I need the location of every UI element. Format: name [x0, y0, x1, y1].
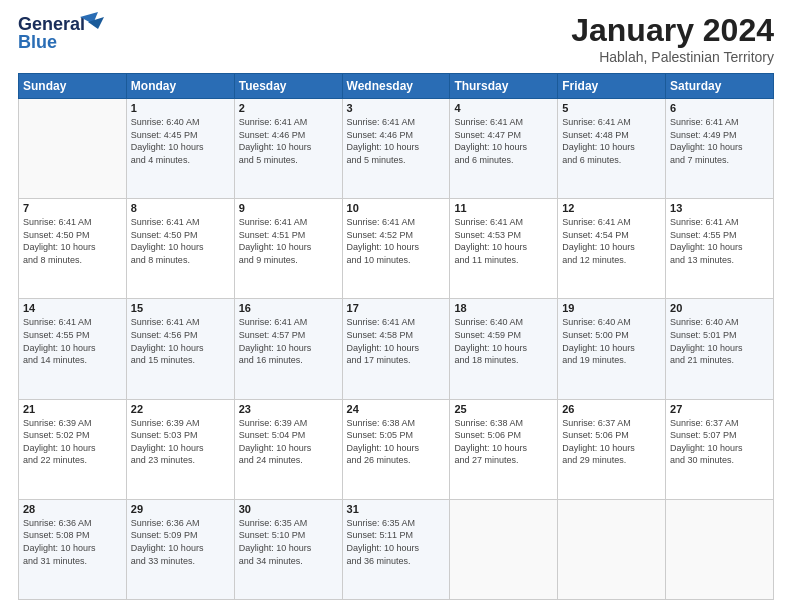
calendar-cell: 28Sunrise: 6:36 AM Sunset: 5:08 PM Dayli…	[19, 499, 127, 599]
calendar-header-row: SundayMondayTuesdayWednesdayThursdayFrid…	[19, 74, 774, 99]
day-number: 12	[562, 202, 661, 214]
day-number: 30	[239, 503, 338, 515]
day-number: 3	[347, 102, 446, 114]
day-number: 1	[131, 102, 230, 114]
day-info: Sunrise: 6:41 AM Sunset: 4:56 PM Dayligh…	[131, 316, 230, 366]
calendar-week-row: 7Sunrise: 6:41 AM Sunset: 4:50 PM Daylig…	[19, 199, 774, 299]
day-number: 16	[239, 302, 338, 314]
day-of-week-header: Monday	[126, 74, 234, 99]
day-number: 20	[670, 302, 769, 314]
calendar-cell: 14Sunrise: 6:41 AM Sunset: 4:55 PM Dayli…	[19, 299, 127, 399]
day-number: 15	[131, 302, 230, 314]
calendar-cell: 24Sunrise: 6:38 AM Sunset: 5:05 PM Dayli…	[342, 399, 450, 499]
day-number: 27	[670, 403, 769, 415]
day-number: 4	[454, 102, 553, 114]
calendar-week-row: 28Sunrise: 6:36 AM Sunset: 5:08 PM Dayli…	[19, 499, 774, 599]
day-number: 14	[23, 302, 122, 314]
day-number: 10	[347, 202, 446, 214]
calendar-cell: 31Sunrise: 6:35 AM Sunset: 5:11 PM Dayli…	[342, 499, 450, 599]
day-number: 13	[670, 202, 769, 214]
day-info: Sunrise: 6:35 AM Sunset: 5:10 PM Dayligh…	[239, 517, 338, 567]
calendar-cell: 18Sunrise: 6:40 AM Sunset: 4:59 PM Dayli…	[450, 299, 558, 399]
calendar-cell: 8Sunrise: 6:41 AM Sunset: 4:50 PM Daylig…	[126, 199, 234, 299]
calendar-cell: 6Sunrise: 6:41 AM Sunset: 4:49 PM Daylig…	[666, 99, 774, 199]
calendar-cell	[666, 499, 774, 599]
calendar-cell	[558, 499, 666, 599]
header: GeneralBlue January 2024 Hablah, Palesti…	[18, 12, 774, 65]
day-number: 22	[131, 403, 230, 415]
day-of-week-header: Wednesday	[342, 74, 450, 99]
calendar-week-row: 14Sunrise: 6:41 AM Sunset: 4:55 PM Dayli…	[19, 299, 774, 399]
day-info: Sunrise: 6:41 AM Sunset: 4:53 PM Dayligh…	[454, 216, 553, 266]
day-number: 5	[562, 102, 661, 114]
day-info: Sunrise: 6:40 AM Sunset: 4:59 PM Dayligh…	[454, 316, 553, 366]
day-info: Sunrise: 6:37 AM Sunset: 5:06 PM Dayligh…	[562, 417, 661, 467]
day-info: Sunrise: 6:41 AM Sunset: 4:57 PM Dayligh…	[239, 316, 338, 366]
svg-text:General: General	[18, 14, 85, 34]
day-number: 7	[23, 202, 122, 214]
day-info: Sunrise: 6:41 AM Sunset: 4:50 PM Dayligh…	[23, 216, 122, 266]
day-number: 31	[347, 503, 446, 515]
day-number: 6	[670, 102, 769, 114]
day-info: Sunrise: 6:35 AM Sunset: 5:11 PM Dayligh…	[347, 517, 446, 567]
day-info: Sunrise: 6:41 AM Sunset: 4:58 PM Dayligh…	[347, 316, 446, 366]
calendar-week-row: 21Sunrise: 6:39 AM Sunset: 5:02 PM Dayli…	[19, 399, 774, 499]
day-number: 9	[239, 202, 338, 214]
calendar-cell: 7Sunrise: 6:41 AM Sunset: 4:50 PM Daylig…	[19, 199, 127, 299]
day-info: Sunrise: 6:38 AM Sunset: 5:05 PM Dayligh…	[347, 417, 446, 467]
day-info: Sunrise: 6:41 AM Sunset: 4:48 PM Dayligh…	[562, 116, 661, 166]
calendar-cell: 20Sunrise: 6:40 AM Sunset: 5:01 PM Dayli…	[666, 299, 774, 399]
calendar-cell: 3Sunrise: 6:41 AM Sunset: 4:46 PM Daylig…	[342, 99, 450, 199]
day-info: Sunrise: 6:41 AM Sunset: 4:55 PM Dayligh…	[23, 316, 122, 366]
day-number: 25	[454, 403, 553, 415]
title-block: January 2024 Hablah, Palestinian Territo…	[571, 12, 774, 65]
day-info: Sunrise: 6:37 AM Sunset: 5:07 PM Dayligh…	[670, 417, 769, 467]
day-of-week-header: Saturday	[666, 74, 774, 99]
calendar-cell: 19Sunrise: 6:40 AM Sunset: 5:00 PM Dayli…	[558, 299, 666, 399]
calendar-cell: 23Sunrise: 6:39 AM Sunset: 5:04 PM Dayli…	[234, 399, 342, 499]
day-info: Sunrise: 6:36 AM Sunset: 5:09 PM Dayligh…	[131, 517, 230, 567]
calendar-cell	[19, 99, 127, 199]
calendar-cell: 16Sunrise: 6:41 AM Sunset: 4:57 PM Dayli…	[234, 299, 342, 399]
day-info: Sunrise: 6:41 AM Sunset: 4:49 PM Dayligh…	[670, 116, 769, 166]
day-info: Sunrise: 6:40 AM Sunset: 5:00 PM Dayligh…	[562, 316, 661, 366]
day-info: Sunrise: 6:41 AM Sunset: 4:51 PM Dayligh…	[239, 216, 338, 266]
day-number: 2	[239, 102, 338, 114]
day-number: 28	[23, 503, 122, 515]
calendar-cell: 27Sunrise: 6:37 AM Sunset: 5:07 PM Dayli…	[666, 399, 774, 499]
day-number: 17	[347, 302, 446, 314]
day-number: 18	[454, 302, 553, 314]
day-number: 8	[131, 202, 230, 214]
day-info: Sunrise: 6:40 AM Sunset: 5:01 PM Dayligh…	[670, 316, 769, 366]
location: Hablah, Palestinian Territory	[571, 49, 774, 65]
day-info: Sunrise: 6:41 AM Sunset: 4:55 PM Dayligh…	[670, 216, 769, 266]
calendar-cell: 13Sunrise: 6:41 AM Sunset: 4:55 PM Dayli…	[666, 199, 774, 299]
day-number: 23	[239, 403, 338, 415]
day-of-week-header: Thursday	[450, 74, 558, 99]
calendar-cell	[450, 499, 558, 599]
day-number: 19	[562, 302, 661, 314]
day-number: 24	[347, 403, 446, 415]
calendar-cell: 17Sunrise: 6:41 AM Sunset: 4:58 PM Dayli…	[342, 299, 450, 399]
day-of-week-header: Friday	[558, 74, 666, 99]
day-of-week-header: Tuesday	[234, 74, 342, 99]
calendar-cell: 12Sunrise: 6:41 AM Sunset: 4:54 PM Dayli…	[558, 199, 666, 299]
day-info: Sunrise: 6:41 AM Sunset: 4:50 PM Dayligh…	[131, 216, 230, 266]
calendar-cell: 5Sunrise: 6:41 AM Sunset: 4:48 PM Daylig…	[558, 99, 666, 199]
calendar-cell: 9Sunrise: 6:41 AM Sunset: 4:51 PM Daylig…	[234, 199, 342, 299]
month-title: January 2024	[571, 12, 774, 49]
calendar-cell: 4Sunrise: 6:41 AM Sunset: 4:47 PM Daylig…	[450, 99, 558, 199]
logo: GeneralBlue	[18, 12, 108, 54]
calendar-table: SundayMondayTuesdayWednesdayThursdayFrid…	[18, 73, 774, 600]
calendar-cell: 2Sunrise: 6:41 AM Sunset: 4:46 PM Daylig…	[234, 99, 342, 199]
calendar-cell: 11Sunrise: 6:41 AM Sunset: 4:53 PM Dayli…	[450, 199, 558, 299]
day-info: Sunrise: 6:41 AM Sunset: 4:54 PM Dayligh…	[562, 216, 661, 266]
calendar-cell: 26Sunrise: 6:37 AM Sunset: 5:06 PM Dayli…	[558, 399, 666, 499]
day-info: Sunrise: 6:41 AM Sunset: 4:47 PM Dayligh…	[454, 116, 553, 166]
calendar-cell: 10Sunrise: 6:41 AM Sunset: 4:52 PM Dayli…	[342, 199, 450, 299]
calendar-cell: 25Sunrise: 6:38 AM Sunset: 5:06 PM Dayli…	[450, 399, 558, 499]
calendar-cell: 22Sunrise: 6:39 AM Sunset: 5:03 PM Dayli…	[126, 399, 234, 499]
day-number: 21	[23, 403, 122, 415]
day-info: Sunrise: 6:41 AM Sunset: 4:46 PM Dayligh…	[347, 116, 446, 166]
day-info: Sunrise: 6:38 AM Sunset: 5:06 PM Dayligh…	[454, 417, 553, 467]
